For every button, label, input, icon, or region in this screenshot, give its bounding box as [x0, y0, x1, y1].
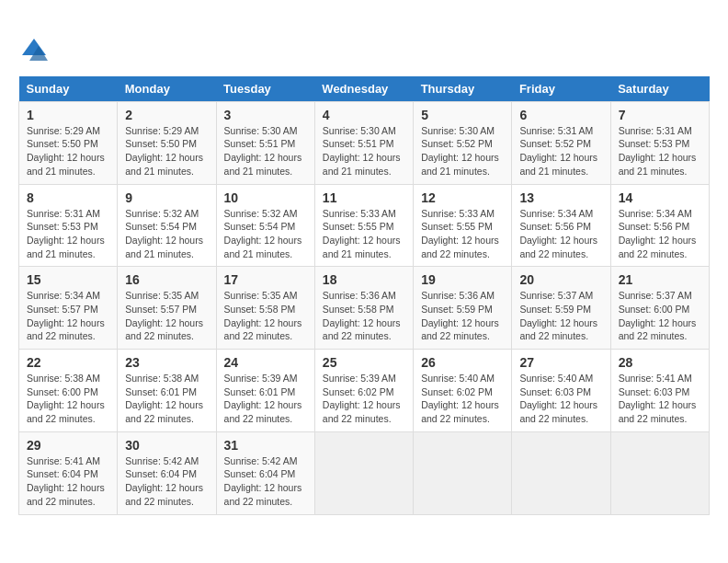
week-row-1: 1Sunrise: 5:29 AMSunset: 5:50 PMDaylight… [19, 101, 710, 184]
calendar-cell: 3Sunrise: 5:30 AMSunset: 5:51 PMDaylight… [216, 101, 314, 184]
day-info: Sunrise: 5:30 AMSunset: 5:52 PMDaylight:… [421, 124, 504, 178]
day-info: Sunrise: 5:33 AMSunset: 5:55 PMDaylight:… [421, 207, 504, 261]
calendar-cell: 9Sunrise: 5:32 AMSunset: 5:54 PMDaylight… [118, 184, 216, 267]
calendar-cell: 11Sunrise: 5:33 AMSunset: 5:55 PMDayligh… [314, 184, 413, 267]
calendar-cell: 21Sunrise: 5:37 AMSunset: 6:00 PMDayligh… [610, 267, 709, 350]
day-number: 21 [619, 272, 701, 287]
day-number: 8 [27, 190, 109, 205]
day-number: 3 [224, 108, 307, 122]
calendar-cell: 24Sunrise: 5:39 AMSunset: 6:01 PMDayligh… [216, 350, 314, 432]
day-number: 22 [27, 355, 109, 370]
calendar-cell: 30Sunrise: 5:42 AMSunset: 6:04 PMDayligh… [118, 431, 216, 514]
day-info: Sunrise: 5:38 AMSunset: 6:00 PMDaylight:… [27, 372, 109, 426]
day-number: 5 [421, 108, 504, 122]
calendar-cell [314, 431, 413, 514]
calendar-cell [610, 431, 709, 514]
logo-icon [20, 37, 48, 64]
calendar-cell: 20Sunrise: 5:37 AMSunset: 5:59 PMDayligh… [512, 267, 610, 350]
day-number: 28 [619, 355, 701, 370]
day-number: 14 [619, 190, 701, 205]
day-number: 23 [125, 355, 208, 370]
day-header-tuesday: Tuesday [216, 76, 314, 102]
day-info: Sunrise: 5:37 AMSunset: 5:59 PMDaylight:… [519, 289, 602, 343]
day-info: Sunrise: 5:31 AMSunset: 5:53 PMDaylight:… [27, 207, 109, 261]
day-number: 29 [27, 438, 109, 453]
calendar-cell: 8Sunrise: 5:31 AMSunset: 5:53 PMDaylight… [19, 184, 118, 267]
day-info: Sunrise: 5:30 AMSunset: 5:51 PMDaylight:… [323, 124, 405, 178]
calendar-cell [414, 431, 512, 514]
day-info: Sunrise: 5:35 AMSunset: 5:57 PMDaylight:… [125, 289, 208, 343]
day-number: 4 [323, 108, 405, 122]
calendar-cell: 2Sunrise: 5:29 AMSunset: 5:50 PMDaylight… [118, 101, 216, 184]
day-header-wednesday: Wednesday [314, 76, 413, 102]
calendar-cell: 28Sunrise: 5:41 AMSunset: 6:03 PMDayligh… [610, 350, 709, 432]
day-info: Sunrise: 5:42 AMSunset: 6:04 PMDaylight:… [224, 454, 307, 509]
day-header-thursday: Thursday [414, 76, 512, 102]
day-info: Sunrise: 5:41 AMSunset: 6:04 PMDaylight:… [27, 454, 109, 509]
day-number: 16 [125, 272, 208, 287]
day-number: 7 [619, 108, 701, 122]
day-number: 20 [519, 272, 602, 287]
calendar-cell: 10Sunrise: 5:32 AMSunset: 5:54 PMDayligh… [216, 184, 314, 267]
day-number: 26 [421, 355, 504, 370]
logo [18, 18, 48, 64]
day-info: Sunrise: 5:33 AMSunset: 5:55 PMDaylight:… [323, 207, 405, 261]
day-info: Sunrise: 5:40 AMSunset: 6:03 PMDaylight:… [519, 372, 602, 426]
day-info: Sunrise: 5:40 AMSunset: 6:02 PMDaylight:… [421, 372, 504, 426]
day-info: Sunrise: 5:38 AMSunset: 6:01 PMDaylight:… [125, 372, 208, 426]
calendar-cell: 14Sunrise: 5:34 AMSunset: 5:56 PMDayligh… [610, 184, 709, 267]
week-row-4: 22Sunrise: 5:38 AMSunset: 6:00 PMDayligh… [19, 350, 710, 432]
day-number: 31 [224, 438, 307, 453]
day-info: Sunrise: 5:39 AMSunset: 6:02 PMDaylight:… [323, 372, 405, 426]
day-header-monday: Monday [118, 76, 216, 102]
day-number: 9 [125, 190, 208, 205]
day-info: Sunrise: 5:35 AMSunset: 5:58 PMDaylight:… [224, 289, 307, 343]
calendar-cell: 12Sunrise: 5:33 AMSunset: 5:55 PMDayligh… [414, 184, 512, 267]
calendar-cell: 13Sunrise: 5:34 AMSunset: 5:56 PMDayligh… [512, 184, 610, 267]
calendar-cell: 27Sunrise: 5:40 AMSunset: 6:03 PMDayligh… [512, 350, 610, 432]
day-info: Sunrise: 5:32 AMSunset: 5:54 PMDaylight:… [125, 207, 208, 261]
day-info: Sunrise: 5:31 AMSunset: 5:52 PMDaylight:… [519, 124, 602, 178]
day-info: Sunrise: 5:31 AMSunset: 5:53 PMDaylight:… [619, 124, 701, 178]
day-number: 30 [125, 438, 208, 453]
day-number: 11 [323, 190, 405, 205]
calendar-cell [512, 431, 610, 514]
day-number: 12 [421, 190, 504, 205]
day-header-saturday: Saturday [610, 76, 709, 102]
day-number: 25 [323, 355, 405, 370]
calendar-cell: 5Sunrise: 5:30 AMSunset: 5:52 PMDaylight… [414, 101, 512, 184]
day-info: Sunrise: 5:34 AMSunset: 5:56 PMDaylight:… [519, 207, 602, 261]
calendar-body: 1Sunrise: 5:29 AMSunset: 5:50 PMDaylight… [19, 101, 710, 514]
week-row-5: 29Sunrise: 5:41 AMSunset: 6:04 PMDayligh… [19, 431, 710, 514]
day-number: 19 [421, 272, 504, 287]
day-number: 6 [519, 108, 602, 122]
day-info: Sunrise: 5:34 AMSunset: 5:56 PMDaylight:… [619, 207, 701, 261]
day-number: 27 [519, 355, 602, 370]
day-number: 15 [27, 272, 109, 287]
calendar-cell: 16Sunrise: 5:35 AMSunset: 5:57 PMDayligh… [118, 267, 216, 350]
day-number: 10 [224, 190, 307, 205]
calendar-cell: 31Sunrise: 5:42 AMSunset: 6:04 PMDayligh… [216, 431, 314, 514]
calendar-cell: 25Sunrise: 5:39 AMSunset: 6:02 PMDayligh… [314, 350, 413, 432]
calendar-header-row: SundayMondayTuesdayWednesdayThursdayFrid… [19, 76, 710, 102]
day-info: Sunrise: 5:36 AMSunset: 5:58 PMDaylight:… [323, 289, 405, 343]
day-number: 18 [323, 272, 405, 287]
calendar-cell: 22Sunrise: 5:38 AMSunset: 6:00 PMDayligh… [19, 350, 118, 432]
calendar-cell: 18Sunrise: 5:36 AMSunset: 5:58 PMDayligh… [314, 267, 413, 350]
calendar-cell: 23Sunrise: 5:38 AMSunset: 6:01 PMDayligh… [118, 350, 216, 432]
calendar-cell: 4Sunrise: 5:30 AMSunset: 5:51 PMDaylight… [314, 101, 413, 184]
day-header-sunday: Sunday [19, 76, 118, 102]
day-info: Sunrise: 5:39 AMSunset: 6:01 PMDaylight:… [224, 372, 307, 426]
week-row-2: 8Sunrise: 5:31 AMSunset: 5:53 PMDaylight… [19, 184, 710, 267]
calendar-cell: 6Sunrise: 5:31 AMSunset: 5:52 PMDaylight… [512, 101, 610, 184]
day-info: Sunrise: 5:29 AMSunset: 5:50 PMDaylight:… [27, 124, 109, 178]
day-info: Sunrise: 5:36 AMSunset: 5:59 PMDaylight:… [421, 289, 504, 343]
calendar-cell: 29Sunrise: 5:41 AMSunset: 6:04 PMDayligh… [19, 431, 118, 514]
calendar-cell: 17Sunrise: 5:35 AMSunset: 5:58 PMDayligh… [216, 267, 314, 350]
week-row-3: 15Sunrise: 5:34 AMSunset: 5:57 PMDayligh… [19, 267, 710, 350]
day-info: Sunrise: 5:29 AMSunset: 5:50 PMDaylight:… [125, 124, 208, 178]
day-info: Sunrise: 5:41 AMSunset: 6:03 PMDaylight:… [619, 372, 701, 426]
calendar-cell: 19Sunrise: 5:36 AMSunset: 5:59 PMDayligh… [414, 267, 512, 350]
day-info: Sunrise: 5:34 AMSunset: 5:57 PMDaylight:… [27, 289, 109, 343]
calendar-cell: 15Sunrise: 5:34 AMSunset: 5:57 PMDayligh… [19, 267, 118, 350]
